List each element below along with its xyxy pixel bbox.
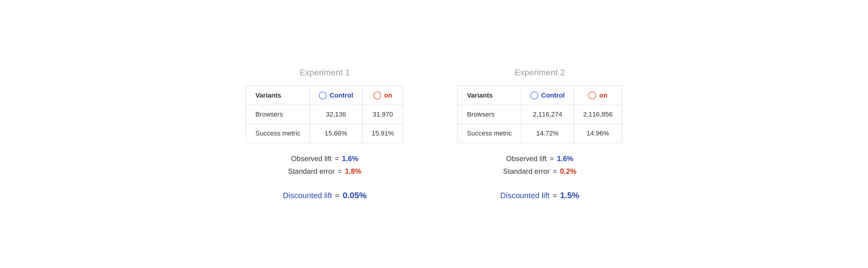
- observed-lift-equals-1: =: [335, 155, 339, 163]
- control-label-1: Control: [330, 92, 353, 99]
- row-metric-2-0: Browsers: [458, 105, 521, 124]
- experiment-1-table: Variants Control on: [246, 86, 403, 143]
- table-row: Success metric 14.72% 14.96%: [458, 124, 622, 143]
- experiment-2-table: Variants Control on: [458, 86, 622, 143]
- experiment-1-title: Experiment 1: [300, 68, 350, 77]
- experiment-2-title: Experiment 2: [515, 68, 565, 77]
- standard-error-label-2: Standard error: [503, 167, 550, 175]
- control-circle-icon-2: [530, 92, 538, 99]
- on-label-2: on: [599, 92, 607, 99]
- row-control-1-0: 32,136: [310, 105, 362, 124]
- on-circle-icon-2: [588, 92, 596, 99]
- experiment-1-block: Experiment 1 Variants Control: [246, 68, 403, 200]
- row-on-2-1: 14.96%: [574, 124, 622, 143]
- experiment-2-stats: Observed lift = 1.6% Standard error = 0.…: [503, 155, 576, 175]
- row-metric-1-1: Success metric: [246, 124, 310, 143]
- discounted-lift-equals-2: =: [553, 191, 557, 200]
- discounted-lift-label-2: Discounted lift: [500, 191, 550, 200]
- row-control-1-1: 15.66%: [310, 124, 362, 143]
- standard-error-value-2: 0.2%: [560, 167, 577, 175]
- variants-header-1: Variants: [246, 86, 310, 105]
- discounted-lift-value-2: 1.5%: [560, 191, 579, 200]
- on-header-2: on: [574, 86, 622, 105]
- discounted-lift-label-1: Discounted lift: [283, 191, 332, 200]
- control-header-2: Control: [521, 86, 574, 105]
- discounted-lift-equals-1: =: [335, 191, 340, 200]
- standard-error-row-2: Standard error = 0.2%: [503, 167, 576, 175]
- control-label-2: Control: [541, 92, 565, 99]
- row-on-1-1: 15.91%: [362, 124, 403, 143]
- on-header-1: on: [362, 86, 403, 105]
- observed-lift-row-2: Observed lift = 1.6%: [506, 155, 573, 163]
- discounted-lift-row-1: Discounted lift = 0.05%: [283, 191, 367, 200]
- table-row: Browsers 2,116,274 2,116,856: [458, 105, 622, 124]
- standard-error-equals-2: =: [553, 167, 557, 175]
- discounted-section-1: Discounted lift = 0.05%: [283, 191, 367, 200]
- on-circle-icon-1: [373, 92, 381, 99]
- observed-lift-label-2: Observed lift: [506, 155, 547, 163]
- experiment-2-block: Experiment 2 Variants Control: [458, 68, 622, 200]
- row-control-2-1: 14.72%: [521, 124, 574, 143]
- standard-error-row-1: Standard error = 1.8%: [288, 167, 361, 175]
- observed-lift-equals-2: =: [550, 155, 554, 163]
- on-label-1: on: [384, 92, 393, 99]
- row-metric-1-0: Browsers: [246, 105, 310, 124]
- observed-lift-label-1: Observed lift: [291, 155, 332, 163]
- discounted-lift-row-2: Discounted lift = 1.5%: [500, 191, 579, 200]
- table-row: Success metric 15.66% 15.91%: [246, 124, 403, 143]
- discounted-lift-value-1: 0.05%: [343, 191, 367, 200]
- table-row: Browsers 32,136 31,970: [246, 105, 403, 124]
- control-circle-icon-1: [319, 92, 327, 99]
- observed-lift-value-1: 1.6%: [342, 155, 358, 163]
- standard-error-value-1: 1.8%: [345, 167, 361, 175]
- row-on-1-0: 31,970: [362, 105, 403, 124]
- row-on-2-0: 2,116,856: [574, 105, 622, 124]
- observed-lift-value-2: 1.6%: [557, 155, 574, 163]
- control-header-1: Control: [310, 86, 362, 105]
- standard-error-label-1: Standard error: [288, 167, 335, 175]
- observed-lift-row-1: Observed lift = 1.6%: [291, 155, 358, 163]
- page-wrapper: Experiment 1 Variants Control: [0, 56, 868, 212]
- row-control-2-0: 2,116,274: [521, 105, 574, 124]
- standard-error-equals-1: =: [338, 167, 342, 175]
- discounted-section-2: Discounted lift = 1.5%: [500, 191, 579, 200]
- experiment-1-stats: Observed lift = 1.6% Standard error = 1.…: [288, 155, 361, 175]
- variants-header-2: Variants: [458, 86, 521, 105]
- row-metric-2-1: Success metric: [458, 124, 521, 143]
